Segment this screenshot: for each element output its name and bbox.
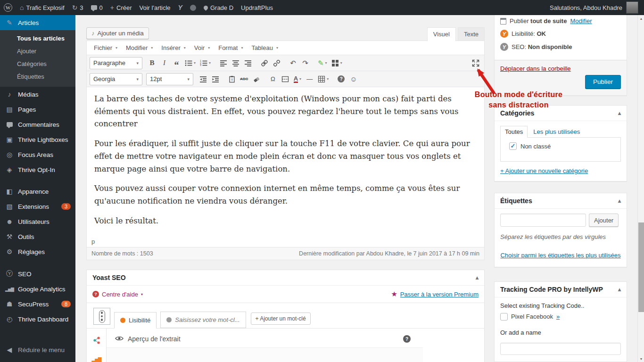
tracking-header[interactable]: Tracking Code PRO by IntellyWP ▴ bbox=[495, 282, 627, 297]
sidebar-subitem-add-post[interactable]: Ajouter bbox=[0, 45, 75, 58]
secupress-grade-menu[interactable]: Grade D bbox=[204, 4, 233, 11]
collapse-toggle-icon[interactable]: ▴ bbox=[618, 110, 621, 116]
collapse-menu-button[interactable]: ◀Réduire le menu bbox=[0, 342, 75, 357]
tab-most-used[interactable]: Les plus utilisées bbox=[532, 126, 581, 137]
sidebar-subitem-tags[interactable]: Étiquettes bbox=[0, 70, 75, 83]
category-checkbox[interactable]: ✓ bbox=[509, 142, 517, 150]
sidebar-item-google-analytics[interactable]: ▂▅▇Google Analytics bbox=[0, 282, 75, 296]
numbered-list-button[interactable]: 123▾ bbox=[198, 57, 213, 69]
sidebar-item-articles[interactable]: ✎ Articles bbox=[0, 15, 75, 30]
add-category-link[interactable]: + Ajouter une nouvelle catégorie bbox=[500, 167, 588, 174]
sidebar-item-seo[interactable]: ⓎSEO bbox=[0, 266, 75, 282]
trash-link[interactable]: Déplacer dans la corbeille bbox=[500, 65, 571, 72]
updates-indicator[interactable]: ↻3 bbox=[72, 4, 83, 11]
menu-view[interactable]: Voir▾ bbox=[190, 42, 214, 53]
collapse-toggle-icon[interactable]: ▴ bbox=[618, 286, 621, 293]
edit-schedule-link[interactable]: Modifier bbox=[570, 17, 592, 25]
sidebar-item-thrive-dashboard[interactable]: ◴Thrive Dashboard bbox=[0, 312, 75, 327]
snippet-help-icon[interactable]: ? bbox=[403, 335, 411, 343]
yoast-admin-menu[interactable]: Y bbox=[178, 4, 182, 11]
pixel-more-link[interactable]: » bbox=[556, 313, 560, 320]
menu-format[interactable]: Format▾ bbox=[214, 42, 247, 53]
notification-menu[interactable] bbox=[190, 5, 196, 11]
editor-content[interactable]: La barre des taches de votre systeme d'e… bbox=[87, 87, 484, 237]
avatar[interactable] bbox=[626, 1, 638, 14]
highlight-pen-button[interactable]: ✎▾ bbox=[316, 57, 329, 69]
blockquote-button[interactable]: “ bbox=[171, 57, 182, 69]
read-more-button[interactable] bbox=[279, 73, 291, 85]
new-tag-input[interactable] bbox=[500, 214, 586, 227]
italic-button[interactable]: I bbox=[158, 57, 170, 69]
sidebar-item-focus-areas[interactable]: ◎Focus Areas bbox=[0, 147, 75, 162]
menu-edit[interactable]: Modifier▾ bbox=[122, 42, 157, 53]
link-button[interactable] bbox=[258, 57, 270, 69]
sidebar-item-settings[interactable]: ⚙Réglages bbox=[0, 244, 75, 259]
grid-layout-button[interactable]: ▾ bbox=[330, 57, 344, 69]
sidebar-subitem-all-posts[interactable]: Tous les articles bbox=[0, 32, 75, 45]
help-center-toggle[interactable]: ? Centre d'aide ▾ bbox=[92, 291, 143, 298]
collapse-toggle-icon[interactable]: ▴ bbox=[476, 274, 479, 281]
horizontal-rule-button[interactable]: — bbox=[304, 73, 315, 85]
paste-as-text-button[interactable]: T bbox=[226, 73, 238, 85]
emoticon-button[interactable]: ☺ bbox=[347, 73, 359, 85]
account-menu[interactable]: Salutations, Abdou Khadre bbox=[550, 4, 622, 11]
scroll-down-icon[interactable]: ▼ bbox=[638, 355, 644, 362]
font-family-select[interactable]: Georgia▾ bbox=[90, 73, 142, 85]
content-paragraph[interactable]: Pour les éradiquer, il suffit juste de c… bbox=[94, 138, 477, 175]
sidebar-item-thrive-optin[interactable]: ◈Thrive Opt-In bbox=[0, 162, 75, 177]
sidebar-item-thrive-lightboxes[interactable]: ▣Thrive Lightboxes bbox=[0, 132, 75, 147]
tab-text[interactable]: Texte bbox=[458, 27, 485, 41]
comments-indicator[interactable]: 0 bbox=[91, 4, 103, 11]
strikethrough-button[interactable]: ABC bbox=[238, 73, 250, 85]
page-scrollbar[interactable]: ▲ ▼ bbox=[637, 15, 644, 362]
menu-table[interactable]: Tableau▾ bbox=[247, 42, 282, 53]
unlink-button[interactable] bbox=[271, 57, 282, 69]
align-left-button[interactable] bbox=[217, 57, 229, 69]
tab-visual[interactable]: Visuel bbox=[427, 27, 456, 41]
sidebar-item-medias[interactable]: ♪Médias bbox=[0, 87, 75, 102]
text-color-button[interactable]: A▾ bbox=[291, 73, 303, 85]
updraftplus-menu[interactable]: UpdraftPlus bbox=[241, 4, 273, 11]
tags-header[interactable]: Étiquettes ▴ bbox=[495, 193, 627, 209]
sidebar-item-appearance[interactable]: ◧Apparence bbox=[0, 184, 75, 199]
align-right-button[interactable] bbox=[242, 57, 254, 69]
content-analysis-icon-tab[interactable] bbox=[93, 308, 110, 325]
content-paragraph[interactable]: La barre des taches de votre systeme d'e… bbox=[94, 93, 477, 131]
table-button[interactable]: ▾ bbox=[316, 73, 330, 85]
menu-insert[interactable]: Insérer▾ bbox=[157, 42, 190, 53]
align-center-button[interactable] bbox=[230, 57, 241, 69]
scroll-up-icon[interactable]: ▲ bbox=[638, 15, 644, 22]
redo-button[interactable]: ↷ bbox=[299, 57, 311, 69]
wordpress-menu[interactable]: W bbox=[4, 3, 12, 12]
indent-button[interactable] bbox=[209, 73, 221, 85]
block-format-select[interactable]: Paragraphe▾ bbox=[90, 57, 142, 69]
sidebar-item-pages[interactable]: ▤Pages bbox=[0, 102, 75, 117]
outdent-button[interactable] bbox=[197, 73, 209, 85]
new-content-button[interactable]: +Créer bbox=[110, 4, 132, 11]
readability-tab[interactable]: Lisibilité bbox=[114, 312, 157, 329]
keyword-tab[interactable]: Saisissez votre mot-cl... bbox=[160, 312, 246, 328]
yoast-header[interactable]: Yoast SEO ▴ bbox=[87, 270, 484, 286]
sidebar-item-comments[interactable]: Commentaires bbox=[0, 117, 75, 132]
stats-icon[interactable]: ▂▅▇ bbox=[91, 357, 101, 362]
site-name-link[interactable]: ⌂Trafic Explosif bbox=[20, 4, 65, 11]
content-paragraph[interactable]: Vous pouvez aussi couper votre connexion… bbox=[94, 182, 477, 207]
sidebar-item-tools[interactable]: ⚒Outils bbox=[0, 229, 75, 244]
bold-button[interactable]: B bbox=[146, 57, 158, 69]
share-icon[interactable] bbox=[92, 336, 101, 346]
distraction-free-button[interactable] bbox=[470, 57, 481, 69]
sidebar-item-users[interactable]: ☻Utilisateurs bbox=[0, 214, 75, 229]
font-size-select[interactable]: 12pt▾ bbox=[146, 73, 193, 85]
sidebar-item-plugins[interactable]: ▧Extensions3 bbox=[0, 199, 75, 214]
sidebar-subitem-categories[interactable]: Catégories bbox=[0, 58, 75, 70]
add-tag-button[interactable]: Ajouter bbox=[589, 214, 619, 227]
undo-button[interactable]: ↶ bbox=[287, 57, 299, 69]
special-char-button[interactable]: Ω bbox=[267, 73, 279, 85]
tracking-name-input[interactable] bbox=[500, 343, 621, 355]
pixel-facebook-checkbox[interactable] bbox=[500, 313, 508, 321]
element-path[interactable]: p bbox=[87, 237, 484, 247]
categories-header[interactable]: Catégories ▴ bbox=[495, 106, 627, 121]
sidebar-item-secupress[interactable]: ☗SecuPress8 bbox=[0, 296, 75, 312]
choose-tags-link[interactable]: Choisir parmi les étiquettes les plus ut… bbox=[500, 251, 621, 260]
bulleted-list-button[interactable]: ▾ bbox=[183, 57, 198, 69]
